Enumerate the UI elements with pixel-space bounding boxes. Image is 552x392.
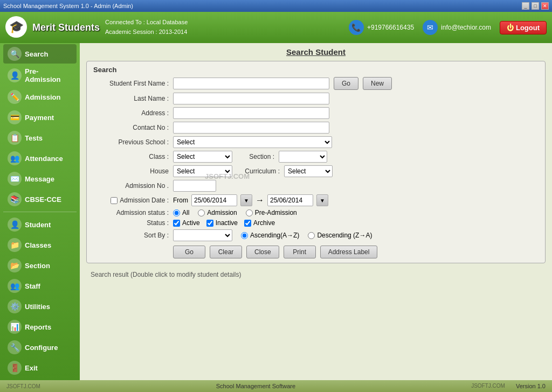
- sidebar-item-payment[interactable]: 💳 Payment: [3, 108, 77, 127]
- sidebar-item-configure[interactable]: 🔧 Configure: [3, 338, 77, 357]
- section-select[interactable]: [279, 151, 327, 163]
- sidebar-divider: [3, 212, 77, 212]
- contact-input[interactable]: [173, 122, 329, 134]
- sidebar-item-cbse-cce[interactable]: 📚 CBSE-CCE: [3, 190, 77, 209]
- sidebar-item-classes[interactable]: 📁 Classes: [3, 235, 77, 255]
- title-bar-controls: _ □ ✕: [522, 2, 549, 10]
- email-icon: ✉: [423, 20, 438, 35]
- logout-button[interactable]: ⏻ Logout: [500, 21, 547, 34]
- go-button[interactable]: Go: [173, 246, 205, 258]
- app-title: Merit Students: [32, 22, 100, 33]
- status-label: Status :: [93, 219, 169, 227]
- pre-admission-icon: 👤: [8, 68, 22, 82]
- bottom-center-text: School Management Software: [216, 383, 295, 389]
- sidebar-item-section[interactable]: 📂 Section: [3, 256, 77, 275]
- clear-button[interactable]: Clear: [210, 246, 242, 258]
- first-name-input[interactable]: [173, 78, 329, 89]
- sidebar-item-staff[interactable]: 👥 Staff: [3, 276, 77, 296]
- address-input[interactable]: [173, 107, 329, 119]
- sidebar-item-attendance[interactable]: 👥 Attendance: [3, 149, 77, 168]
- admission-status-group: All Admission Pre-Admission: [173, 209, 297, 216]
- bottom-left-watermark: JSOFTJ.COM: [6, 383, 40, 389]
- sort-descending-radio[interactable]: [308, 232, 315, 239]
- print-button[interactable]: Print: [284, 246, 316, 258]
- status-archive-checkbox[interactable]: [244, 220, 251, 227]
- sort-ascending-radio[interactable]: [241, 232, 248, 239]
- from-date-input[interactable]: [191, 194, 237, 206]
- logout-label: Logout: [516, 24, 540, 32]
- header-right: 📞 +919766616435 ✉ info@techior.com ⏻ Log…: [349, 20, 547, 35]
- sidebar-item-student[interactable]: 👤 Student: [3, 215, 77, 234]
- to-date-picker[interactable]: ▼: [316, 194, 328, 206]
- utilities-icon: ⚙️: [8, 299, 22, 313]
- class-select[interactable]: Select: [173, 151, 232, 163]
- admission-status-pre-admission[interactable]: Pre-Admission: [246, 209, 297, 216]
- maximize-button[interactable]: □: [532, 2, 539, 10]
- status-active-label: Active: [182, 219, 200, 227]
- status-active-checkbox[interactable]: [173, 220, 180, 227]
- status-inactive-label: Inactive: [216, 219, 238, 227]
- first-name-label: Student First Name :: [93, 80, 169, 87]
- admission-no-input[interactable]: [173, 180, 216, 192]
- status-archive-label: Archive: [253, 219, 275, 227]
- address-label-button[interactable]: Address Label: [320, 246, 378, 258]
- sidebar-item-search[interactable]: 🔍 Search: [3, 44, 77, 64]
- classes-icon: 📁: [8, 238, 22, 252]
- admission-status-all-radio[interactable]: [173, 209, 180, 216]
- status-inactive[interactable]: Inactive: [206, 219, 238, 227]
- house-select[interactable]: Select: [173, 165, 232, 177]
- status-archive[interactable]: Archive: [244, 219, 275, 227]
- sidebar-item-utilities[interactable]: ⚙️ Utilities: [3, 297, 77, 316]
- main-layout: 🔍 Search 👤 Pre-Admission ✏️ Admission 💳 …: [0, 43, 552, 380]
- action-buttons-row: Go Clear Close Print Address Label: [93, 246, 539, 258]
- sidebar-label-reports: Reports: [25, 323, 51, 331]
- admission-status-admission-radio[interactable]: [198, 209, 205, 216]
- sidebar-label-classes: Classes: [25, 241, 51, 249]
- sort-descending-label: Descending (Z→A): [317, 232, 372, 239]
- go-button-inline[interactable]: Go: [334, 77, 358, 90]
- sidebar-label-section: Section: [25, 262, 50, 270]
- sidebar-item-pre-admission[interactable]: 👤 Pre-Admission: [3, 65, 77, 86]
- message-icon: ✉️: [8, 172, 22, 186]
- sidebar-label-staff: Staff: [25, 282, 40, 290]
- sort-by-label: Sort By :: [93, 232, 169, 239]
- sidebar-item-exit[interactable]: 🚪 Exit: [3, 358, 77, 377]
- sort-ascending[interactable]: Ascending(A→Z): [241, 232, 299, 239]
- sidebar-item-tests[interactable]: 📋 Tests: [3, 128, 77, 148]
- sidebar-item-message[interactable]: ✉️ Message: [3, 169, 77, 188]
- first-name-row: Student First Name : Go New: [93, 77, 539, 90]
- admission-status-admission[interactable]: Admission: [198, 209, 237, 216]
- sidebar-label-search: Search: [25, 50, 48, 58]
- last-name-input[interactable]: [173, 93, 329, 104]
- close-button[interactable]: ✕: [541, 2, 549, 10]
- admission-status-pre-admission-radio[interactable]: [246, 209, 253, 216]
- status-inactive-checkbox[interactable]: [206, 220, 213, 227]
- attendance-icon: 👥: [8, 151, 22, 165]
- sidebar-label-configure: Configure: [25, 344, 58, 352]
- sort-ascending-label: Ascending(A→Z): [250, 232, 299, 239]
- admission-icon: ✏️: [8, 90, 22, 104]
- admission-status-all[interactable]: All: [173, 209, 189, 216]
- admission-status-row: Admission status : All Admission Pre-Adm…: [93, 209, 539, 216]
- sort-by-select[interactable]: [173, 229, 232, 241]
- sort-descending[interactable]: Descending (Z→A): [308, 232, 372, 239]
- email-address: info@techior.com: [441, 24, 491, 31]
- minimize-button[interactable]: _: [522, 2, 529, 10]
- status-active[interactable]: Active: [173, 219, 200, 227]
- results-text: Search result (Double click to modify st…: [91, 271, 241, 278]
- to-date-input[interactable]: [267, 194, 313, 206]
- sidebar-item-reports[interactable]: 📊 Reports: [3, 317, 77, 337]
- cbse-cce-icon: 📚: [8, 192, 22, 206]
- from-date-picker[interactable]: ▼: [240, 194, 252, 206]
- sidebar-label-tests: Tests: [25, 134, 43, 142]
- new-button[interactable]: New: [363, 77, 392, 90]
- admission-date-checkbox[interactable]: [111, 197, 118, 204]
- curriculum-select[interactable]: Select: [284, 165, 333, 177]
- sidebar-item-admission[interactable]: ✏️ Admission: [3, 87, 77, 107]
- search-icon: 🔍: [8, 47, 22, 61]
- status-row: Status : Active Inactive Archive: [93, 219, 539, 227]
- main-content: Search Student Search Student First Name…: [80, 43, 552, 380]
- previous-school-select[interactable]: Select: [173, 136, 332, 148]
- close-button[interactable]: Close: [246, 246, 279, 258]
- payment-icon: 💳: [8, 110, 22, 124]
